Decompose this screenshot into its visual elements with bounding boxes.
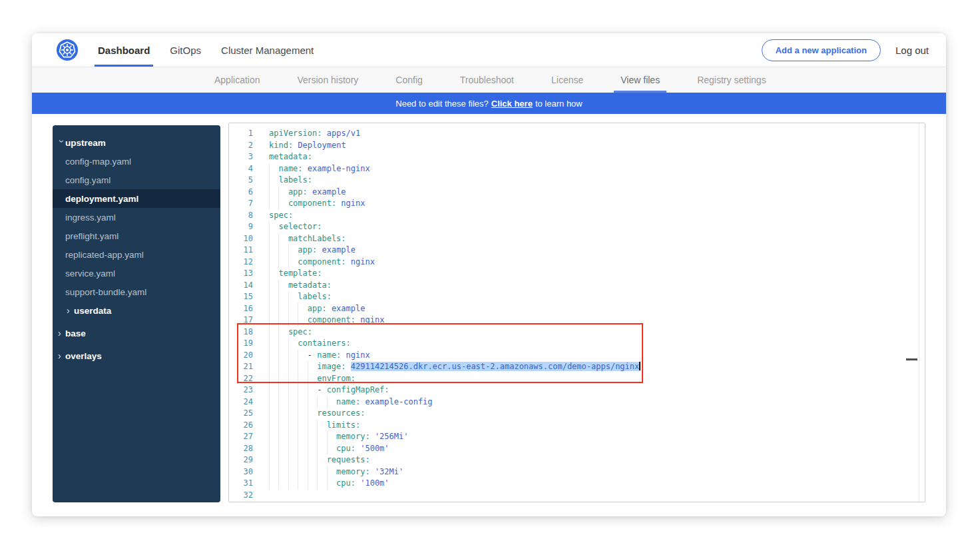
code-line: 28cpu: '500m' bbox=[229, 443, 925, 455]
nav-tab-dashboard[interactable]: Dashboard bbox=[88, 33, 160, 67]
code-line: 25resources: bbox=[229, 408, 925, 420]
yaml-file-editor[interactable]: 1apiVersion: apps/v12kind: Deployment3me… bbox=[228, 123, 925, 502]
indent-guide bbox=[269, 175, 278, 187]
add-application-button[interactable]: Add a new application bbox=[762, 39, 881, 61]
indent-guide bbox=[288, 291, 298, 303]
indent-guide bbox=[288, 384, 298, 396]
code-line: 8spec: bbox=[229, 210, 925, 222]
indent-guide bbox=[288, 431, 298, 443]
indent-guide bbox=[298, 373, 307, 385]
line-number: 9 bbox=[229, 221, 269, 233]
indent-guide bbox=[278, 291, 288, 303]
tree-item-ingress-yaml[interactable]: ingress.yaml bbox=[53, 208, 220, 227]
indent-guide bbox=[288, 373, 298, 385]
banner-click-here-link[interactable]: Click here bbox=[491, 99, 533, 109]
code-line: 30memory: '32Mi' bbox=[229, 466, 925, 478]
code-text: spec: bbox=[269, 210, 293, 222]
indent-guide bbox=[288, 466, 298, 478]
tree-item-upstream[interactable]: ›upstream bbox=[53, 133, 220, 152]
indent-guide bbox=[278, 187, 288, 199]
code-text: envFrom: bbox=[269, 373, 356, 385]
subnav-tab-version-history[interactable]: Version history bbox=[291, 67, 366, 93]
subnav-tab-troubleshoot[interactable]: Troubleshoot bbox=[453, 67, 521, 93]
nav-tab-cluster-management[interactable]: Cluster Management bbox=[211, 33, 324, 67]
subnav-tab-config[interactable]: Config bbox=[389, 67, 429, 93]
line-number: 4 bbox=[229, 163, 269, 175]
tree-item-service-yaml[interactable]: service.yaml bbox=[53, 264, 220, 282]
chevron-right-icon: › bbox=[58, 328, 65, 338]
indent-guide bbox=[317, 420, 326, 432]
indent-guide bbox=[269, 454, 278, 466]
indent-guide bbox=[269, 198, 278, 210]
code-text: name: example-config bbox=[269, 396, 433, 408]
tree-item-overlays[interactable]: ›overlays bbox=[53, 346, 220, 365]
tree-item-label: ingress.yaml bbox=[65, 213, 116, 223]
code-text: metadata: bbox=[269, 151, 312, 163]
indent-guide bbox=[298, 431, 307, 443]
indent-guide bbox=[269, 187, 278, 199]
indent-guide bbox=[288, 350, 298, 362]
line-number: 12 bbox=[229, 257, 269, 269]
subnav-tab-view-files[interactable]: View files bbox=[614, 67, 666, 93]
code-line: 29requests: bbox=[229, 454, 925, 466]
indent-guide bbox=[308, 420, 317, 432]
indent-guide bbox=[298, 350, 307, 362]
line-number: 11 bbox=[229, 245, 269, 257]
code-line: 22envFrom: bbox=[229, 373, 925, 385]
code-text: cpu: '500m' bbox=[269, 443, 389, 455]
indent-guide bbox=[327, 396, 336, 408]
line-number: 8 bbox=[229, 210, 269, 222]
line-number: 18 bbox=[229, 326, 269, 338]
tree-item-replicated-app-yaml[interactable]: replicated-app.yaml bbox=[53, 245, 220, 264]
code-text: spec: bbox=[269, 326, 312, 338]
tree-item-config-map-yaml[interactable]: config-map.yaml bbox=[53, 152, 220, 171]
subnav-tab-application[interactable]: Application bbox=[208, 67, 267, 93]
logout-link[interactable]: Log out bbox=[895, 45, 929, 56]
tree-item-userdata[interactable]: ›userdata bbox=[53, 301, 220, 320]
indent-guide bbox=[278, 443, 288, 455]
indent-guide bbox=[269, 221, 278, 233]
code-text: kind: Deployment bbox=[269, 140, 346, 152]
tree-item-label: replicated-app.yaml bbox=[65, 250, 144, 260]
code-text: app: example bbox=[269, 245, 356, 257]
indent-guide bbox=[269, 257, 278, 269]
subnav-tab-registry-settings[interactable]: Registry settings bbox=[690, 67, 772, 93]
line-number: 29 bbox=[229, 454, 269, 466]
indent-guide bbox=[278, 350, 288, 362]
kubernetes-logo-icon[interactable] bbox=[56, 39, 79, 61]
code-text: labels: bbox=[269, 175, 312, 187]
indent-guide bbox=[288, 443, 298, 455]
tree-item-label: service.yaml bbox=[65, 269, 115, 278]
code-line: 32 bbox=[229, 490, 925, 502]
indent-guide bbox=[298, 408, 307, 420]
indent-guide bbox=[278, 326, 288, 338]
view-files-content: ›upstreamconfig-map.yamlconfig.yamldeplo… bbox=[32, 114, 946, 516]
tree-item-base[interactable]: ›base bbox=[53, 324, 220, 342]
indent-guide bbox=[278, 478, 288, 490]
tree-item-support-bundle-yaml[interactable]: support-bundle.yaml bbox=[53, 282, 220, 301]
indent-guide bbox=[298, 303, 307, 315]
editor-scrollbar[interactable] bbox=[919, 123, 925, 502]
tree-item-config-yaml[interactable]: config.yaml bbox=[53, 171, 220, 189]
code-line: 5labels: bbox=[229, 175, 925, 187]
indent-guide bbox=[278, 384, 288, 396]
line-number: 22 bbox=[229, 373, 269, 385]
indent-guide bbox=[317, 478, 326, 490]
line-number: 19 bbox=[229, 338, 269, 350]
code-line: 13template: bbox=[229, 268, 925, 280]
code-line: 16app: example bbox=[229, 303, 925, 315]
code-text: - configMapRef: bbox=[269, 384, 389, 396]
indent-guide bbox=[278, 257, 288, 269]
indent-guide bbox=[269, 163, 278, 175]
code-line: 1apiVersion: apps/v1 bbox=[229, 128, 925, 140]
nav-tab-gitops[interactable]: GitOps bbox=[160, 33, 211, 67]
line-number: 25 bbox=[229, 408, 269, 420]
indent-guide bbox=[308, 431, 317, 443]
tree-item-deployment-yaml[interactable]: deployment.yaml bbox=[53, 189, 220, 208]
code-text: component: nginx bbox=[269, 314, 384, 326]
tree-item-preflight-yaml[interactable]: preflight.yaml bbox=[53, 227, 220, 245]
indent-guide bbox=[269, 350, 278, 362]
primary-nav-tabs: DashboardGitOpsCluster Management bbox=[88, 33, 324, 67]
subnav-tab-license[interactable]: License bbox=[545, 67, 590, 93]
indent-guide bbox=[269, 478, 278, 490]
